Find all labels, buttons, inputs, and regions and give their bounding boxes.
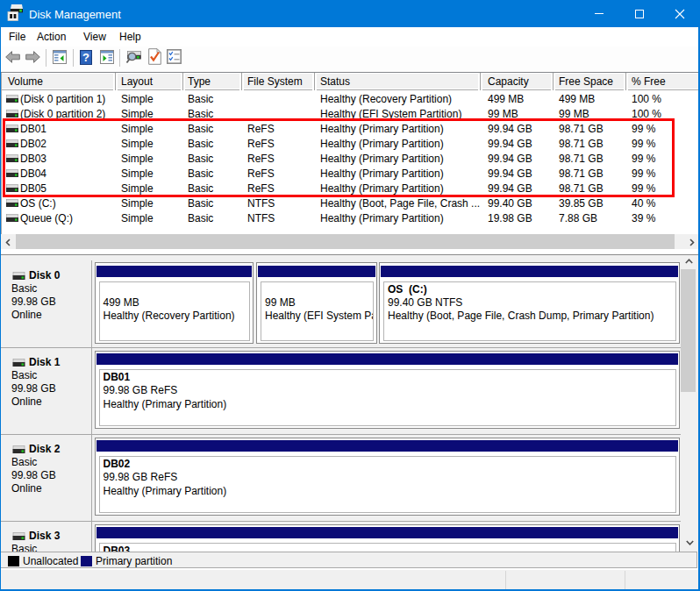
svg-text:?: ? <box>82 51 89 64</box>
